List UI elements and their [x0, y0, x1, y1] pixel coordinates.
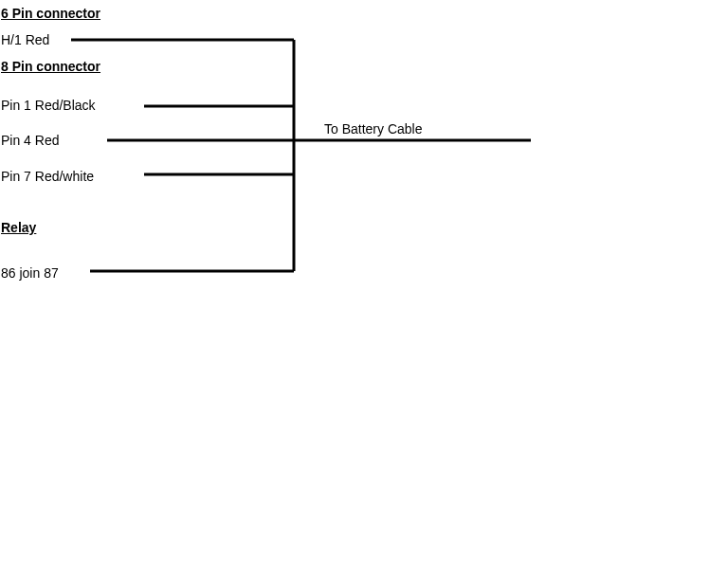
wire-pin7-red-white: Pin 7 Red/white: [1, 169, 94, 184]
section-6pin-connector: 6 Pin connector: [1, 6, 100, 21]
wire-relay-86-87: 86 join 87: [1, 265, 59, 281]
section-8pin-connector: 8 Pin connector: [1, 59, 100, 74]
wire-h1-red: H/1 Red: [1, 32, 49, 47]
wiring-diagram-svg: [0, 0, 728, 582]
wire-pin1-red-black: Pin 1 Red/Black: [1, 98, 96, 113]
wire-pin4-red: Pin 4 Red: [1, 133, 59, 148]
section-relay: Relay: [1, 220, 36, 235]
label-to-battery-cable: To Battery Cable: [324, 121, 423, 136]
